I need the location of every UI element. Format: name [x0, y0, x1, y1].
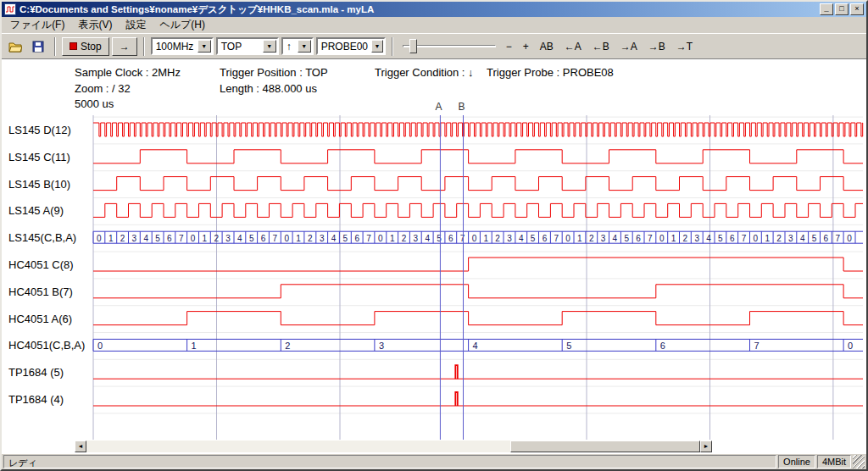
zoom-out-button[interactable]: − [502, 37, 516, 56]
toolbar-separator [54, 37, 56, 56]
minimize-button[interactable]: _ [820, 3, 833, 15]
goto-marker-b-button[interactable]: ←B [588, 37, 614, 56]
close-button[interactable]: × [850, 3, 864, 15]
bus-value: 7 [366, 234, 371, 243]
open-button[interactable] [5, 37, 25, 56]
bus-value: 2 [683, 234, 688, 243]
sample-clock-info: Sample Clock : 2MHz [75, 66, 181, 79]
status-memory: 4MBit [817, 455, 851, 468]
bus-value: 3 [414, 234, 419, 243]
sample-clock-value: 100MHz [153, 41, 198, 53]
trigger-position-info: Trigger Position : TOP [220, 66, 328, 79]
bus-value: 6 [354, 234, 359, 243]
horizontal-scrollbar[interactable]: ◄ ► [75, 441, 712, 452]
bus-value: 7 [273, 234, 278, 243]
bus-value: 6 [167, 234, 172, 243]
menu-settings[interactable]: 設定 [119, 16, 153, 34]
statusbar: レディ Online 4MBit [2, 454, 866, 469]
pulse-tick [455, 392, 458, 406]
scroll-left-icon[interactable]: ◄ [75, 441, 86, 452]
trigger-position-value: TOP [218, 41, 263, 53]
bus-value: 7 [742, 234, 747, 243]
stop-button[interactable]: Stop [62, 37, 109, 56]
zoom-in-button[interactable]: + [519, 37, 533, 56]
trigger-edge-value: ↑ [283, 41, 298, 53]
resize-grip-icon[interactable] [853, 455, 865, 468]
bus-value: 5 [718, 234, 723, 243]
bus-trace [93, 339, 863, 351]
bus-value: 3 [601, 234, 606, 243]
scroll-right-icon[interactable]: ► [700, 441, 712, 452]
zoom-slider-thumb[interactable] [409, 39, 417, 53]
goto-marker-a-button[interactable]: ←A [560, 37, 586, 56]
bus-value: 0 [848, 341, 853, 351]
bus-value: 4 [473, 341, 478, 351]
bus-value: 0 [847, 234, 852, 243]
app-icon [4, 3, 16, 15]
zoom-slider[interactable] [403, 37, 496, 56]
bus-value: 5 [343, 234, 348, 243]
titlebar[interactable]: C:¥Documents and Settings¥noname¥デスクトップ¥… [2, 2, 866, 17]
stop-label: Stop [81, 41, 102, 53]
bus-value: 6 [636, 234, 641, 243]
bus-value: 1 [390, 234, 395, 243]
bus-value: 1 [577, 234, 582, 243]
bus-value: 5 [155, 234, 160, 243]
waveform-trace [93, 203, 863, 217]
waveform-trace [93, 312, 863, 325]
menu-file[interactable]: ファイル(F) [3, 16, 71, 34]
bus-value: 6 [730, 234, 735, 243]
maximize-button[interactable]: □ [835, 3, 849, 15]
bus-value: 6 [448, 234, 453, 243]
bus-value: 0 [472, 234, 477, 243]
probe-select[interactable]: PROBE00 ▼ [316, 37, 386, 55]
chevron-down-icon[interactable]: ▼ [198, 40, 211, 53]
bus-value: 3 [320, 234, 325, 243]
bus-value: 5 [437, 234, 442, 243]
set-marker-a-button[interactable]: →A [616, 37, 642, 56]
chevron-down-icon[interactable]: ▼ [371, 40, 383, 53]
bus-value: 5 [812, 234, 817, 243]
bus-value: 3 [507, 234, 512, 243]
save-button[interactable] [28, 37, 48, 56]
goto-trigger-button[interactable]: →T [672, 37, 697, 56]
bus-value: 2 [589, 234, 594, 243]
waveform-area[interactable]: 0123456701234567012345670123456701234567… [2, 95, 866, 444]
bus-value: 1 [671, 234, 676, 243]
run-button[interactable]: → [112, 37, 137, 56]
bus-value: 5 [531, 234, 536, 243]
set-marker-b-button[interactable]: →B [644, 37, 670, 56]
bus-value: 2 [776, 234, 782, 243]
trigger-probe-info: Trigger Probe : PROBE08 [487, 66, 614, 79]
bus-value: 6 [261, 234, 266, 243]
bus-value: 7 [554, 234, 559, 243]
bus-value: 6 [824, 234, 829, 243]
bus-value: 2 [402, 234, 407, 243]
waveform-panel: Sample Clock : 2MHz Trigger Position : T… [2, 58, 866, 454]
bus-value: 0 [378, 234, 383, 243]
bus-value: 7 [835, 234, 840, 243]
toolbar-separator [392, 37, 393, 56]
zoom-info: Zoom : / 32 [75, 82, 131, 95]
trigger-position-select[interactable]: TOP ▼ [216, 37, 279, 55]
menu-help[interactable]: ヘルプ(H) [153, 16, 212, 34]
bus-value: 4 [519, 234, 524, 243]
chevron-down-icon[interactable]: ▼ [263, 40, 276, 53]
bus-value: 7 [179, 234, 184, 243]
bus-value: 0 [97, 234, 102, 243]
bus-value: 4 [237, 234, 242, 243]
bus-value: 3 [225, 234, 231, 243]
status-online: Online [778, 455, 815, 468]
bus-value: 4 [706, 234, 711, 243]
waveform-trace [93, 123, 863, 136]
sample-clock-select[interactable]: 100MHz ▼ [151, 37, 214, 55]
menu-view[interactable]: 表示(V) [71, 16, 119, 34]
bus-value: 4 [425, 234, 430, 243]
scrollbar-thumb[interactable] [510, 441, 700, 452]
ab-range-button[interactable]: AB [536, 37, 558, 56]
status-ready: レディ [3, 455, 776, 468]
chevron-down-icon[interactable]: ▼ [298, 40, 311, 53]
stop-icon [70, 42, 77, 50]
trigger-edge-select[interactable]: ↑ ▼ [281, 37, 314, 55]
bus-value: 1 [108, 234, 114, 243]
